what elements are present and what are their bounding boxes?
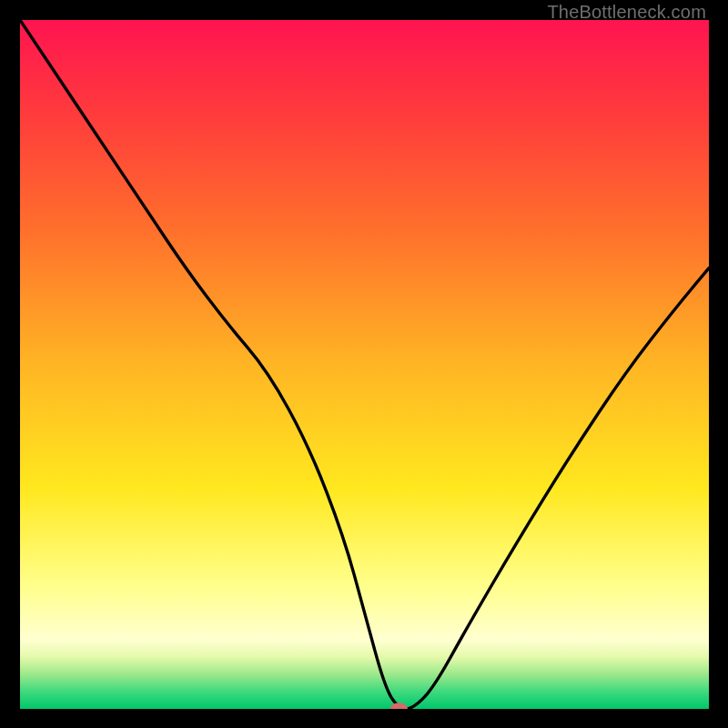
chart-frame: TheBottleneck.com xyxy=(0,0,728,728)
plot-area xyxy=(20,20,709,709)
background-gradient xyxy=(20,20,709,709)
svg-rect-0 xyxy=(20,20,709,709)
